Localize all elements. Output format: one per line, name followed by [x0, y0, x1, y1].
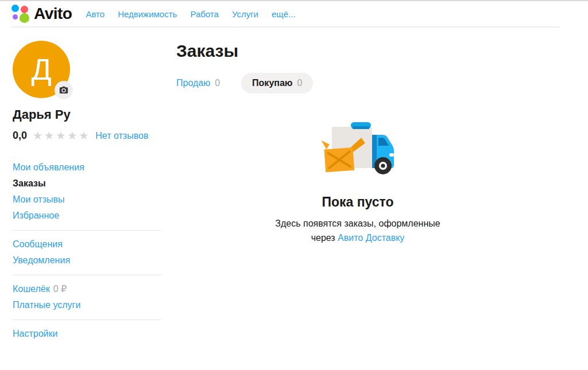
sidebar-item-my-ads[interactable]: Мои объявления: [13, 159, 176, 176]
tab-selling-label: Продаю: [176, 78, 210, 88]
sidebar-menu: Мои объявления Заказы Мои отзывы Избранн…: [13, 159, 176, 342]
empty-state-description: Здесь появятся заказы, оформленные через…: [231, 217, 484, 246]
menu-divider: [13, 320, 161, 320]
logo-text: Avito: [34, 6, 72, 22]
sidebar-item-favorites[interactable]: Избранное: [13, 208, 176, 224]
nav-item-more[interactable]: ещё...: [272, 9, 296, 19]
tab-buying-count: 0: [297, 78, 303, 88]
avatar-letter: Д: [31, 52, 51, 87]
logo-dot-red: [21, 6, 28, 13]
sidebar-item-wallet[interactable]: Кошелёк0 ₽: [13, 281, 176, 297]
orders-tabs: Продаю 0 Покупаю 0: [176, 73, 588, 94]
wallet-label: Кошелёк: [13, 284, 50, 294]
sidebar-item-notifications[interactable]: Уведомления: [13, 252, 176, 268]
reviews-link[interactable]: Нет отзывов: [95, 131, 148, 141]
profile-name: Дарья Ру: [13, 107, 176, 122]
delivery-truck-illustration: [231, 120, 484, 177]
top-header: Avito Авто Недвижимость Работа Услуги ещ…: [11, 1, 560, 28]
logo-dot-green: [20, 13, 29, 23]
truck-with-box-icon: [319, 120, 396, 175]
tab-buying[interactable]: Покупаю 0: [241, 73, 313, 94]
change-photo-button[interactable]: [55, 81, 73, 99]
star-icon: ★: [79, 130, 90, 142]
empty-desc-line2-prefix: через: [311, 233, 335, 243]
tab-selling-count: 0: [215, 78, 220, 88]
nav-item-realty[interactable]: Недвижимость: [118, 9, 177, 19]
star-icon: ★: [67, 130, 79, 142]
menu-divider: [13, 275, 161, 275]
empty-state: Пока пусто Здесь появятся заказы, оформл…: [231, 120, 484, 246]
rating-stars: ★★★★★: [33, 130, 90, 141]
sidebar-item-orders[interactable]: Заказы: [13, 176, 176, 192]
rating-value: 0,0: [13, 130, 27, 142]
tab-buying-label: Покупаю: [252, 78, 292, 88]
logo-dot-purple: [13, 14, 18, 20]
menu-divider: [13, 230, 161, 231]
star-icon: ★: [56, 130, 67, 142]
category-nav: Авто Недвижимость Работа Услуги ещё...: [86, 9, 295, 19]
nav-item-jobs[interactable]: Работа: [190, 9, 219, 19]
camera-icon: [59, 86, 68, 94]
tab-selling[interactable]: Продаю 0: [176, 73, 231, 94]
logo-dot-blue: [11, 5, 19, 12]
profile-sidebar: Д Дарья Ру 0,0 ★★★★★ Нет отзывов Мои объ…: [13, 28, 176, 342]
sidebar-item-my-reviews[interactable]: Мои отзывы: [13, 192, 176, 208]
rating-row: 0,0 ★★★★★ Нет отзывов: [13, 130, 176, 142]
avito-logo[interactable]: Avito: [11, 4, 72, 24]
avito-logo-dots-icon: [11, 4, 32, 24]
nav-item-services[interactable]: Услуги: [232, 9, 258, 19]
page-layout: Д Дарья Ру 0,0 ★★★★★ Нет отзывов Мои объ…: [0, 28, 588, 342]
star-icon: ★: [44, 130, 56, 142]
wallet-balance: 0 ₽: [53, 284, 67, 294]
avito-delivery-link[interactable]: Авито Доставку: [338, 233, 404, 243]
sidebar-item-paid-services[interactable]: Платные услуги: [13, 297, 176, 313]
sidebar-item-settings[interactable]: Настройки: [13, 326, 176, 342]
orders-main: Заказы Продаю 0 Покупаю 0: [176, 28, 588, 342]
star-icon: ★: [33, 130, 44, 142]
avatar-wrap: Д: [13, 41, 70, 98]
nav-item-auto[interactable]: Авто: [86, 9, 105, 19]
sidebar-item-messages[interactable]: Сообщения: [13, 236, 176, 252]
empty-state-title: Пока пусто: [231, 194, 484, 210]
page-title: Заказы: [176, 41, 588, 61]
empty-desc-line1: Здесь появятся заказы, оформленные: [275, 219, 440, 228]
